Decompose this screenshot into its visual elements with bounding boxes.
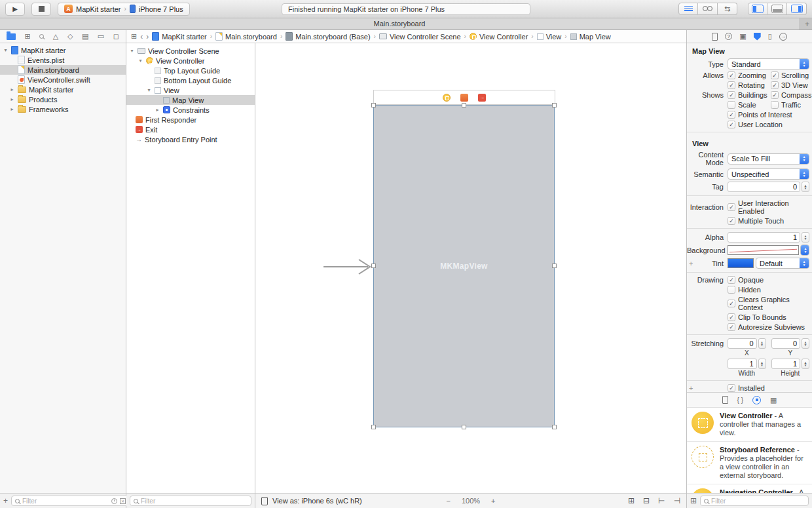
recent-files-icon[interactable] — [111, 498, 117, 504]
nav-item-group-mapkit-starter[interactable]: ▸ MapKit starter — [0, 85, 126, 94]
checkbox[interactable]: ✓ — [728, 111, 735, 119]
resize-handle[interactable] — [371, 425, 376, 429]
resolve-auto-layout-button[interactable]: ⊣ — [674, 496, 680, 505]
toggle-utilities-button[interactable] — [787, 3, 807, 15]
file-inspector-icon[interactable] — [712, 33, 718, 41]
view-as-button[interactable]: View as: iPhone 6s (wC hR) — [272, 497, 362, 505]
pin-button[interactable]: ⊢ — [658, 496, 665, 505]
size-inspector-icon[interactable]: ▯ — [768, 32, 772, 41]
resize-handle[interactable] — [552, 264, 557, 268]
checkbox-zooming[interactable]: ✓Zooming — [728, 71, 771, 79]
stack-button[interactable]: ⊞ — [628, 496, 635, 505]
breakpoint-navigator-icon[interactable]: ▭ — [98, 32, 104, 41]
checkbox[interactable]: ✓ — [728, 91, 735, 99]
nav-item-main-storyboard[interactable]: Main.storyboard — [0, 65, 126, 75]
scheme-selector[interactable]: A MapKit starter › iPhone 7 Plus — [58, 3, 190, 16]
related-items-icon[interactable]: ⊞ — [131, 32, 137, 41]
disclosure-closed-icon[interactable]: ▸ — [155, 107, 160, 113]
stop-button[interactable] — [31, 3, 51, 16]
checkbox-scale[interactable]: Scale — [728, 101, 771, 109]
assistant-editor-button[interactable] — [698, 3, 718, 15]
test-navigator-icon[interactable]: ◇ — [67, 32, 73, 41]
checkbox-user-interaction[interactable]: ✓User Interaction Enabled — [728, 199, 809, 215]
checkbox[interactable] — [728, 286, 735, 294]
tint-popup[interactable]: Default ▲▼ — [756, 258, 809, 269]
file-template-library-icon[interactable] — [722, 396, 728, 404]
back-button[interactable]: ‹ — [140, 32, 143, 41]
nav-item-group-frameworks[interactable]: ▸ Frameworks — [0, 104, 126, 114]
checkbox-multiple-touch[interactable]: ✓Multiple Touch — [728, 217, 784, 225]
breadcrumb-project[interactable]: MapKit starter — [152, 32, 206, 41]
outline-item-map-view[interactable]: Map View — [126, 95, 255, 105]
resize-handle[interactable] — [371, 103, 376, 107]
checkbox[interactable]: ✓ — [728, 81, 735, 89]
checkbox-scrolling[interactable]: ✓Scrolling — [771, 71, 809, 79]
connections-inspector-icon[interactable]: → — [779, 33, 787, 41]
quick-help-inspector-icon[interactable]: ? — [725, 33, 732, 40]
stretch-x-field[interactable]: 0 — [728, 338, 757, 349]
alpha-field[interactable]: 1 — [728, 232, 800, 243]
checkbox-rotating[interactable]: ✓Rotating — [728, 81, 771, 89]
checkbox-clears-graphics-context[interactable]: ✓Clears Graphics Context — [728, 296, 809, 311]
disclosure-closed-icon[interactable]: ▸ — [9, 96, 15, 102]
checkbox[interactable] — [771, 101, 779, 109]
checkbox-points-of-interest[interactable]: ✓Points of Interest — [728, 111, 792, 119]
tag-field[interactable]: 0 — [728, 182, 800, 192]
breadcrumb-scene[interactable]: View Controller Scene — [379, 33, 461, 41]
search-navigator-icon[interactable] — [39, 34, 44, 39]
checkbox-opaque[interactable]: ✓Opaque — [728, 276, 764, 284]
zoom-out-button[interactable]: − — [446, 497, 450, 505]
zoom-level-label[interactable]: 100% — [462, 497, 480, 505]
checkbox-installed[interactable]: ✓Installed — [728, 384, 765, 392]
checkbox-buildings[interactable]: ✓Buildings — [728, 91, 771, 99]
outline-item-scene[interactable]: ▾ View Controller Scene — [126, 46, 255, 56]
add-attribute-icon[interactable]: + — [689, 384, 693, 392]
filter-input[interactable] — [711, 498, 805, 505]
outline-item-view-controller[interactable]: ▾ View Controller — [126, 56, 255, 66]
outline-item-top-layout-guide[interactable]: Top Layout Guide — [126, 66, 255, 75]
checkbox[interactable]: ✓ — [728, 217, 735, 225]
add-attribute-icon[interactable]: + — [689, 260, 693, 267]
run-button[interactable]: ▶ — [5, 3, 25, 16]
resize-handle[interactable] — [462, 103, 466, 107]
attributes-inspector-icon[interactable] — [754, 33, 761, 41]
stretch-height-stepper[interactable]: ▲▼ — [802, 359, 809, 369]
nav-item-viewcontroller-swift[interactable]: ViewController.swift — [0, 75, 126, 85]
library-view-mode-icon[interactable]: ⊞ — [690, 496, 697, 505]
stretch-y-stepper[interactable]: ▲▼ — [802, 338, 809, 349]
breadcrumb-map-view[interactable]: Map View — [570, 33, 611, 41]
map-view-selected[interactable]: MKMapView — [373, 105, 555, 427]
checkbox[interactable]: ✓ — [728, 276, 735, 284]
library-item-storyboard-reference[interactable]: Storyboard Reference - Provides a placeh… — [687, 442, 812, 484]
outline-item-first-responder[interactable]: First Responder — [126, 115, 255, 125]
checkbox[interactable]: ✓ — [771, 81, 779, 89]
issue-navigator-icon[interactable]: △ — [53, 32, 58, 41]
add-attribute-icon[interactable]: + — [689, 246, 693, 254]
nav-item-project-root[interactable]: ▾ MapKit starter — [0, 45, 126, 55]
semantic-popup[interactable]: Unspecified ▲▼ — [728, 168, 809, 180]
tab-main-storyboard[interactable]: Main.storyboard — [0, 18, 799, 29]
nav-item-group-products[interactable]: ▸ Products — [0, 94, 126, 104]
library-item-navigation-controller[interactable]: Navigation Controller - A controller tha… — [687, 484, 812, 493]
checkbox-compass[interactable]: ✓Compass — [771, 91, 811, 99]
debug-navigator-icon[interactable]: ▤ — [82, 32, 88, 41]
checkbox[interactable]: ✓ — [728, 71, 735, 79]
outline-item-constraints[interactable]: ▸ Constraints — [126, 105, 255, 115]
disclosure-closed-icon[interactable]: ▸ — [9, 87, 15, 92]
breadcrumb-view-controller[interactable]: View Controller — [470, 33, 528, 41]
project-navigator-icon[interactable] — [7, 33, 16, 40]
resize-handle[interactable] — [462, 425, 466, 429]
source-control-filter-icon[interactable]: ✕ — [120, 498, 126, 504]
stretch-width-field[interactable]: 1 — [728, 359, 757, 369]
alpha-stepper[interactable]: ▲▼ — [802, 232, 809, 243]
stretch-y-field[interactable]: 0 — [771, 338, 801, 349]
checkbox[interactable]: ✓ — [728, 203, 735, 211]
filter-input[interactable] — [22, 498, 109, 505]
code-snippet-library-icon[interactable]: { } — [737, 397, 743, 404]
canvas-area[interactable]: → MKMapView — [255, 43, 686, 493]
map-type-popup[interactable]: Standard ▲▼ — [728, 58, 809, 69]
outline-item-view[interactable]: ▾ View — [126, 85, 255, 95]
resize-handle[interactable] — [552, 103, 557, 107]
filter-input[interactable] — [141, 498, 248, 505]
disclosure-open-icon[interactable]: ▾ — [138, 58, 143, 64]
